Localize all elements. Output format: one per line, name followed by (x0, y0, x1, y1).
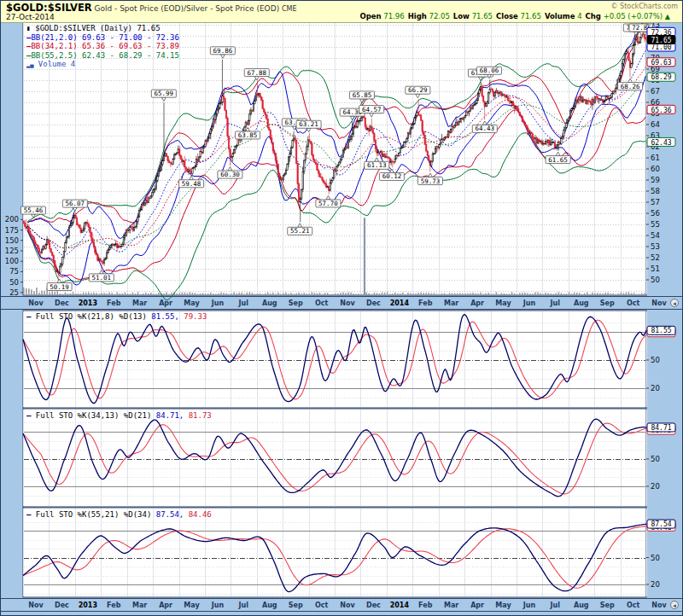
svg-text:67.88: 67.88 (247, 69, 266, 77)
svg-text:Mar: Mar (444, 299, 458, 307)
quote-label: Close (496, 12, 518, 20)
svg-text:Jun: Jun (522, 601, 536, 609)
svg-text:64.57: 64.57 (362, 106, 382, 113)
axis-callout: 87.54 (647, 520, 675, 528)
stockcharts-credit: © StockCharts.com (611, 3, 678, 10)
svg-text:Sep: Sep (289, 299, 303, 307)
svg-text:Apr: Apr (470, 299, 484, 307)
symbol-description: Gold - Spot Price (EOD)/Silver - Spot Pr… (94, 4, 279, 13)
svg-text:50: 50 (651, 554, 660, 562)
axis-callout: 72.36 (647, 27, 675, 36)
svg-text:50: 50 (651, 356, 660, 364)
svg-text:68.06: 68.06 (480, 67, 499, 74)
up-arrow-icon: ▲ (665, 13, 670, 20)
svg-text:50.19: 50.19 (50, 283, 69, 291)
svg-text:Aug: Aug (574, 601, 589, 609)
svg-text:Nov: Nov (340, 601, 355, 609)
svg-text:87.54: 87.54 (651, 520, 671, 528)
collapse-icon[interactable]: ◂ (671, 601, 679, 609)
svg-text:64: 64 (651, 120, 660, 129)
axis-callout: 71.65 (647, 36, 675, 44)
svg-text:75: 75 (9, 267, 19, 276)
svg-text:62.43: 62.43 (651, 139, 671, 147)
svg-text:20: 20 (651, 482, 660, 491)
svg-text:Feb: Feb (418, 299, 433, 307)
svg-text:Sep: Sep (600, 601, 615, 609)
legend-band: —BB(55,2.5) 62.43 - 68.29 - 74.15 (26, 51, 179, 61)
svg-text:61: 61 (651, 154, 660, 162)
svg-text:61.65: 61.65 (548, 156, 568, 164)
svg-text:55: 55 (651, 220, 660, 229)
quote-label: Low (453, 12, 470, 20)
svg-text:Jul: Jul (238, 299, 249, 307)
legend-volume: ▂▄ Volume 4 (26, 60, 179, 69)
legend-title: ▮ $GOLD:$SILVER (Daily) 71.65 (26, 24, 179, 33)
svg-text:200: 200 (5, 215, 19, 224)
svg-text:May: May (495, 601, 511, 609)
svg-text:150: 150 (5, 236, 19, 245)
svg-text:65.36: 65.36 (651, 107, 671, 114)
svg-text:59.48: 59.48 (182, 180, 201, 188)
svg-text:20: 20 (651, 384, 660, 392)
svg-text:52: 52 (651, 253, 660, 262)
svg-text:25: 25 (9, 288, 19, 297)
svg-text:71.00: 71.00 (651, 44, 671, 51)
svg-text:63.85: 63.85 (238, 131, 258, 139)
svg-text:Jun: Jun (522, 299, 536, 307)
svg-text:100: 100 (5, 257, 19, 265)
svg-text:Feb: Feb (418, 601, 433, 609)
svg-text:May: May (184, 601, 200, 609)
svg-text:69.86: 69.86 (213, 47, 233, 55)
svg-text:Jul: Jul (238, 601, 249, 609)
svg-text:Nov: Nov (651, 601, 667, 609)
svg-text:Apr: Apr (470, 601, 484, 609)
svg-text:68.26: 68.26 (621, 83, 640, 90)
svg-text:Mar: Mar (444, 601, 458, 609)
legend-band: —BB(34,2.1) 65.36 - 69.63 - 73.89 (26, 42, 179, 51)
svg-text:Nov: Nov (651, 299, 667, 307)
svg-text:Feb: Feb (107, 601, 121, 609)
svg-text:Mar: Mar (132, 601, 147, 609)
svg-text:57.70: 57.70 (318, 200, 338, 207)
svg-text:60.12: 60.12 (382, 172, 402, 180)
collapse-icon[interactable]: ◂ (671, 299, 679, 307)
svg-text:51.01: 51.01 (92, 274, 112, 282)
svg-text:Oct: Oct (627, 601, 640, 609)
svg-text:◂: ◂ (673, 602, 676, 609)
svg-text:◂: ◂ (673, 300, 676, 307)
svg-text:60.30: 60.30 (220, 171, 240, 178)
svg-text:59: 59 (651, 176, 660, 184)
axis-callout: 62.43 (647, 137, 675, 146)
svg-text:Nov: Nov (28, 299, 44, 307)
svg-text:54: 54 (651, 231, 660, 240)
svg-text:50: 50 (651, 455, 660, 463)
chart-frame: 55.4650.1956.0751.0165.9959.4869.8660.30… (0, 0, 683, 616)
quote-value: 4 (577, 12, 581, 20)
svg-text:Nov: Nov (28, 601, 44, 609)
axis-callout: 69.63 (647, 58, 675, 67)
svg-text:56: 56 (651, 209, 660, 218)
svg-text:Oct: Oct (315, 299, 329, 307)
svg-text:May: May (184, 299, 200, 307)
svg-text:2013: 2013 (79, 299, 97, 307)
svg-text:Oct: Oct (627, 299, 640, 307)
svg-text:84.71: 84.71 (651, 424, 671, 432)
svg-text:May: May (495, 299, 511, 307)
svg-text:65.99: 65.99 (155, 90, 174, 97)
svg-text:56.07: 56.07 (66, 200, 85, 207)
symbol: $GOLD:$SILVER (6, 2, 92, 14)
axis-callout: 68.29 (647, 73, 675, 81)
svg-text:53: 53 (651, 242, 660, 251)
quote-line: Open 71.96High 72.05Low 71.65Close 71.65… (356, 12, 670, 20)
title-line: $GOLD:$SILVER Gold - Spot Price (EOD)/Si… (6, 2, 297, 14)
svg-text:61.13: 61.13 (367, 161, 387, 169)
svg-text:Apr: Apr (159, 299, 172, 307)
quote-label: Open (359, 12, 381, 20)
svg-text:175: 175 (5, 226, 19, 235)
quote-label: Chg (586, 12, 601, 20)
svg-text:Aug: Aug (262, 299, 277, 307)
svg-text:Jun: Jun (211, 299, 225, 307)
svg-text:Oct: Oct (315, 601, 329, 609)
axis-callout: 84.71 (647, 423, 675, 432)
svg-text:66.29: 66.29 (408, 86, 428, 94)
